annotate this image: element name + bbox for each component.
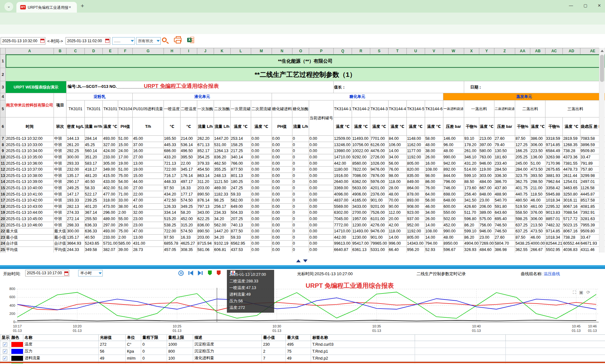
value-cell[interactable]: 2675.65: [545, 166, 563, 173]
value-cell[interactable]: 386.98: [494, 247, 515, 253]
value-cell[interactable]: 598.25: [515, 216, 530, 222]
value-cell[interactable]: 306.00: [530, 142, 545, 148]
value-cell[interactable]: 211.00: [530, 185, 545, 191]
value-cell[interactable]: 38.00: [118, 203, 133, 210]
value-cell[interactable]: 27.60: [494, 136, 515, 142]
value-cell[interactable]: 42.00: [388, 222, 406, 228]
row-number[interactable]: 17: [0, 197, 6, 203]
sheet-title-company[interactable]: **生化能源（**）有限公司: [5, 54, 605, 68]
green-tag-icon[interactable]: [208, 270, 212, 275]
value-cell[interactable]: 213.50: [530, 222, 545, 228]
value-cell[interactable]: 0: [292, 222, 309, 228]
value-cell[interactable]: 48.00: [443, 148, 464, 154]
column-letter[interactable]: Y: [479, 48, 494, 54]
value-cell[interactable]: 0.00: [309, 222, 334, 228]
value-cell[interactable]: 0.00: [251, 185, 272, 191]
value-cell[interactable]: 531.00: [214, 142, 230, 148]
value-cell[interactable]: 2819.59: [563, 136, 580, 142]
sheet-title-report[interactable]: **二线生产工艺过程控制参数（1）: [5, 68, 605, 81]
time-cell[interactable]: 2025-01-13 10:45:00: [5, 216, 54, 222]
value-cell[interactable]: 97.50: [164, 234, 180, 241]
unit-header[interactable]: 温度 ℃: [406, 117, 425, 136]
value-cell[interactable]: 0.00: [251, 136, 272, 142]
value-cell[interactable]: 536.14: [180, 142, 197, 148]
time-cell[interactable]: 2025-01-13 10:43:00: [5, 203, 54, 210]
value-cell[interactable]: 336.30: [494, 173, 515, 179]
row-number[interactable]: 5: [0, 100, 6, 117]
value-cell[interactable]: 11493.00: [352, 136, 370, 142]
value-cell[interactable]: 502.00: [443, 216, 464, 222]
value-cell[interactable]: 386.70: [494, 179, 515, 185]
value-cell[interactable]: 2726.00: [370, 154, 388, 160]
column-letter[interactable]: AA: [515, 48, 530, 54]
column-letter[interactable]: M: [251, 48, 272, 54]
value-cell[interactable]: 0.00: [251, 228, 272, 234]
value-cell[interactable]: 849.00: [406, 179, 425, 185]
unit-header[interactable]: 温度 ℃: [352, 117, 370, 136]
value-cell[interactable]: 147.17: [66, 191, 84, 197]
value-cell[interactable]: 0.00: [309, 241, 334, 247]
value-cell[interactable]: 349.25: [180, 203, 197, 210]
value-cell[interactable]: 14710.00: [334, 154, 352, 160]
value-cell[interactable]: 0: [292, 234, 309, 241]
value-cell[interactable]: 434.20: [164, 191, 180, 197]
unit-header[interactable]: 干物%: [464, 117, 479, 136]
value-cell[interactable]: 12509.00: [334, 136, 352, 142]
start-time-input[interactable]: 2025-01-13 10:32:00: [1, 37, 45, 45]
value-cell[interactable]: 515.20: [164, 216, 180, 222]
value-cell[interactable]: 844.00: [443, 173, 464, 179]
red-tag-icon[interactable]: [217, 270, 221, 275]
value-cell[interactable]: 52.93: [425, 247, 443, 253]
device-header[interactable]: 二蒸出料: [515, 100, 545, 117]
value-cell[interactable]: 0.00: [309, 197, 334, 203]
value-cell[interactable]: 746.50: [494, 222, 515, 228]
value-cell[interactable]: 51.00: [118, 185, 133, 191]
value-cell[interactable]: 876.14: [197, 197, 214, 203]
value-cell[interactable]: 0.00: [251, 191, 272, 197]
value-cell[interactable]: 698.00: [443, 191, 464, 197]
column-letter[interactable]: P: [309, 48, 334, 54]
value-cell[interactable]: 0.00: [251, 179, 272, 185]
trend-chart[interactable]: URPT 免编程工业通用综合报表 0200400600800 10:17 01-…: [0, 278, 605, 334]
value-cell[interactable]: 27.00: [133, 154, 164, 160]
value-cell[interactable]: 901.00: [370, 197, 388, 203]
value-cell[interactable]: 600.00: [443, 203, 464, 210]
value-cell[interactable]: 233.00: [103, 154, 118, 160]
value-cell[interactable]: 206.00: [479, 203, 494, 210]
value-cell[interactable]: 0: [292, 160, 309, 167]
value-cell[interactable]: 575.00: [479, 216, 494, 222]
row-number[interactable]: 15: [0, 185, 6, 191]
value-cell[interactable]: 244.33: [66, 247, 84, 253]
value-cell[interactable]: 4000.00: [530, 241, 545, 247]
value-cell[interactable]: 37.00: [133, 142, 164, 148]
value-cell[interactable]: 45.00: [133, 136, 164, 142]
value-cell[interactable]: 0: [292, 148, 309, 154]
value-cell[interactable]: 213.00: [479, 136, 494, 142]
value-cell[interactable]: 2611.44: [563, 173, 580, 179]
unit-header[interactable]: T/h: [133, 117, 164, 136]
value-cell[interactable]: 106.00: [388, 142, 406, 148]
value-cell[interactable]: 393.50: [530, 173, 545, 179]
value-cell[interactable]: 118.00: [388, 179, 406, 185]
value-cell[interactable]: 284.00: [515, 166, 530, 173]
value-cell[interactable]: 119.00: [479, 166, 494, 173]
value-cell[interactable]: 296.00: [103, 210, 118, 216]
value-cell[interactable]: 0.00: [272, 173, 292, 179]
value-cell[interactable]: 1162.00: [406, 142, 425, 148]
unit-header[interactable]: PH值: [118, 117, 133, 136]
shift-cell[interactable]: 中班: [54, 222, 66, 228]
device-header[interactable]: TK3144-2: [352, 100, 370, 117]
value-cell[interactable]: 308.35: [180, 247, 197, 253]
value-cell[interactable]: 14.00: [388, 148, 406, 154]
value-cell[interactable]: 193.33: [66, 197, 84, 203]
value-cell[interactable]: 0.00: [272, 160, 292, 167]
column-letter[interactable]: K: [214, 48, 230, 54]
value-cell[interactable]: 9714.85: [545, 142, 563, 148]
value-cell[interactable]: 863.14: [197, 173, 214, 179]
device-header[interactable]: TK3144-5: [406, 100, 425, 117]
value-cell[interactable]: 457.05: [164, 247, 180, 253]
value-cell[interactable]: 311.20: [197, 179, 214, 185]
tab-close-icon[interactable]: ×: [69, 5, 71, 9]
value-cell[interactable]: 695.40: [494, 216, 515, 222]
value-cell[interactable]: 177.17: [180, 191, 197, 197]
